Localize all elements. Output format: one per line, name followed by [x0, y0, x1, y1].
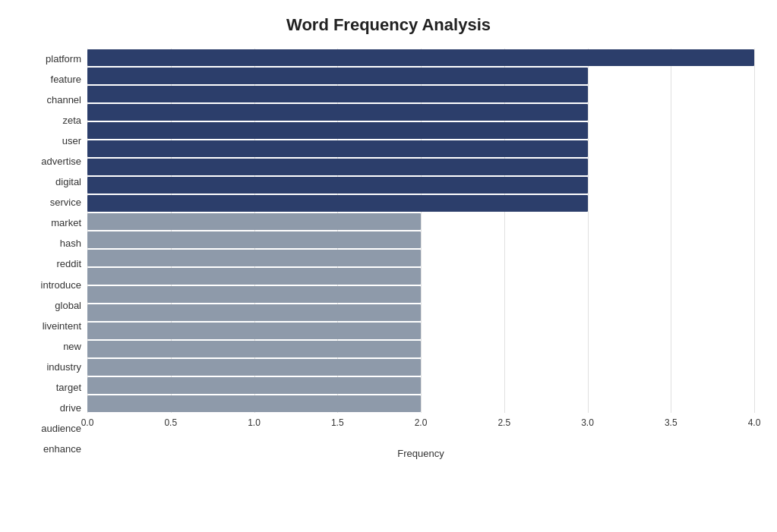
x-tick: 2.0 [415, 417, 428, 428]
bar-row [87, 285, 754, 304]
bar-digital [87, 159, 588, 175]
y-label: audience [41, 423, 81, 433]
bar-row [87, 67, 754, 85]
y-label: channel [46, 95, 81, 105]
bar-row [87, 140, 754, 158]
chart-area: platformfeaturechannelzetauseradvertised… [23, 49, 754, 459]
bar-global [87, 268, 421, 285]
bar-row [87, 358, 754, 376]
bar-reddit [87, 231, 421, 248]
bar-row [87, 231, 754, 249]
bar-advertise [87, 140, 588, 157]
x-tick: 3.0 [581, 417, 594, 428]
grid-line [754, 49, 755, 413]
chart-title: Word Frequency Analysis [23, 15, 754, 35]
y-label: target [56, 382, 81, 392]
y-label: enhance [43, 444, 81, 454]
bar-row [87, 85, 754, 103]
y-label: service [50, 197, 81, 207]
y-label: advertise [41, 156, 81, 166]
y-label: drive [60, 403, 81, 413]
x-tick: 0.5 [164, 417, 177, 428]
x-axis-label: Frequency [397, 448, 444, 459]
y-label: reddit [56, 259, 81, 269]
x-axis: 0.00.51.01.52.02.53.03.54.0 Frequency [87, 416, 754, 459]
bar-hash [87, 213, 421, 230]
y-label: new [63, 342, 81, 351]
bar-row [87, 340, 754, 358]
y-label: user [62, 136, 81, 146]
bar-row [87, 176, 754, 194]
grid-and-bars [87, 49, 754, 413]
bars-wrapper [87, 49, 754, 413]
y-label: digital [55, 177, 81, 187]
y-label: market [51, 218, 81, 228]
y-labels: platformfeaturechannelzetauseradvertised… [23, 49, 87, 459]
x-tick: 1.0 [248, 417, 261, 428]
x-tick: 3.5 [665, 417, 678, 428]
bar-row [87, 212, 754, 231]
y-label: global [55, 301, 81, 310]
bar-feature [87, 68, 588, 84]
bar-channel [87, 86, 588, 102]
y-label: zeta [62, 115, 81, 125]
bars-and-grid: 0.00.51.01.52.02.53.03.54.0 Frequency [87, 49, 754, 459]
x-tick: 1.5 [331, 417, 344, 428]
x-ticks: 0.00.51.01.52.02.53.03.54.0 [87, 416, 754, 431]
bar-audience [87, 377, 421, 394]
bar-row [87, 49, 754, 67]
bar-row [87, 121, 754, 140]
bar-new [87, 304, 421, 321]
x-tick: 2.5 [497, 417, 510, 428]
bar-row [87, 395, 754, 413]
bar-user [87, 122, 588, 139]
bar-row [87, 322, 754, 340]
bar-zeta [87, 104, 588, 121]
bar-enhance [87, 395, 421, 412]
bar-platform [87, 49, 754, 66]
bar-industry [87, 323, 421, 339]
y-label: industry [46, 362, 81, 372]
bar-introduce [87, 250, 421, 266]
bar-row [87, 249, 754, 267]
bar-market [87, 195, 588, 212]
bar-drive [87, 359, 421, 376]
chart-container: Word Frequency Analysis platformfeaturec… [0, 0, 777, 532]
y-label: platform [46, 54, 81, 64]
bar-row [87, 194, 754, 212]
bar-row [87, 304, 754, 322]
bar-liveintent [87, 286, 421, 303]
bar-service [87, 177, 588, 194]
x-tick: 0.0 [81, 417, 94, 428]
bar-target [87, 341, 421, 357]
y-label: hash [60, 238, 81, 248]
bar-row [87, 103, 754, 121]
x-tick: 4.0 [748, 417, 761, 428]
bar-row [87, 376, 754, 395]
y-label: feature [51, 74, 81, 84]
bar-row [87, 158, 754, 176]
y-label: introduce [41, 280, 81, 290]
y-label: liveintent [43, 321, 81, 331]
bar-row [87, 267, 754, 285]
